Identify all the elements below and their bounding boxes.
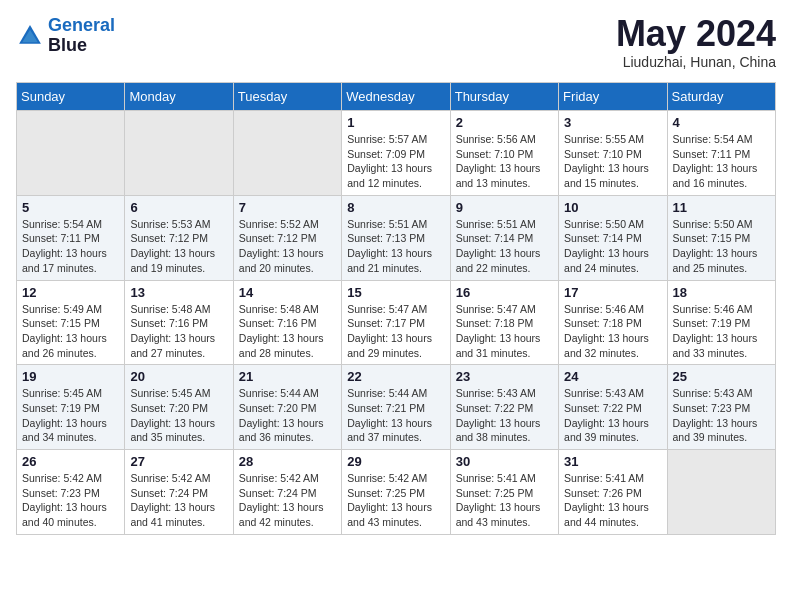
calendar-cell: 22Sunrise: 5:44 AMSunset: 7:21 PMDayligh… (342, 365, 450, 450)
day-info: Sunrise: 5:52 AMSunset: 7:12 PMDaylight:… (239, 217, 336, 276)
calendar-cell: 10Sunrise: 5:50 AMSunset: 7:14 PMDayligh… (559, 195, 667, 280)
day-number: 23 (456, 369, 553, 384)
day-info: Sunrise: 5:46 AMSunset: 7:19 PMDaylight:… (673, 302, 770, 361)
calendar-cell: 1Sunrise: 5:57 AMSunset: 7:09 PMDaylight… (342, 111, 450, 196)
day-number: 13 (130, 285, 227, 300)
weekday-header: Saturday (667, 83, 775, 111)
weekday-header: Monday (125, 83, 233, 111)
title-block: May 2024 Liuduzhai, Hunan, China (616, 16, 776, 70)
calendar-cell: 18Sunrise: 5:46 AMSunset: 7:19 PMDayligh… (667, 280, 775, 365)
day-info: Sunrise: 5:48 AMSunset: 7:16 PMDaylight:… (130, 302, 227, 361)
day-number: 27 (130, 454, 227, 469)
day-number: 4 (673, 115, 770, 130)
calendar-week-row: 19Sunrise: 5:45 AMSunset: 7:19 PMDayligh… (17, 365, 776, 450)
day-number: 25 (673, 369, 770, 384)
day-number: 3 (564, 115, 661, 130)
calendar-cell: 29Sunrise: 5:42 AMSunset: 7:25 PMDayligh… (342, 450, 450, 535)
day-info: Sunrise: 5:41 AMSunset: 7:25 PMDaylight:… (456, 471, 553, 530)
day-info: Sunrise: 5:43 AMSunset: 7:22 PMDaylight:… (564, 386, 661, 445)
calendar-cell: 9Sunrise: 5:51 AMSunset: 7:14 PMDaylight… (450, 195, 558, 280)
day-number: 18 (673, 285, 770, 300)
calendar-cell: 6Sunrise: 5:53 AMSunset: 7:12 PMDaylight… (125, 195, 233, 280)
calendar-cell (125, 111, 233, 196)
day-info: Sunrise: 5:51 AMSunset: 7:14 PMDaylight:… (456, 217, 553, 276)
day-info: Sunrise: 5:51 AMSunset: 7:13 PMDaylight:… (347, 217, 444, 276)
day-info: Sunrise: 5:42 AMSunset: 7:25 PMDaylight:… (347, 471, 444, 530)
calendar-cell: 4Sunrise: 5:54 AMSunset: 7:11 PMDaylight… (667, 111, 775, 196)
calendar-cell: 28Sunrise: 5:42 AMSunset: 7:24 PMDayligh… (233, 450, 341, 535)
day-number: 19 (22, 369, 119, 384)
month-title: May 2024 (616, 16, 776, 52)
day-number: 6 (130, 200, 227, 215)
calendar-week-row: 5Sunrise: 5:54 AMSunset: 7:11 PMDaylight… (17, 195, 776, 280)
day-info: Sunrise: 5:45 AMSunset: 7:20 PMDaylight:… (130, 386, 227, 445)
calendar-cell (667, 450, 775, 535)
day-info: Sunrise: 5:53 AMSunset: 7:12 PMDaylight:… (130, 217, 227, 276)
day-number: 22 (347, 369, 444, 384)
calendar-cell (17, 111, 125, 196)
day-info: Sunrise: 5:45 AMSunset: 7:19 PMDaylight:… (22, 386, 119, 445)
calendar-cell: 30Sunrise: 5:41 AMSunset: 7:25 PMDayligh… (450, 450, 558, 535)
day-info: Sunrise: 5:42 AMSunset: 7:23 PMDaylight:… (22, 471, 119, 530)
calendar-cell: 3Sunrise: 5:55 AMSunset: 7:10 PMDaylight… (559, 111, 667, 196)
day-number: 5 (22, 200, 119, 215)
calendar-cell: 5Sunrise: 5:54 AMSunset: 7:11 PMDaylight… (17, 195, 125, 280)
page-header: General Blue May 2024 Liuduzhai, Hunan, … (16, 16, 776, 70)
calendar-cell: 17Sunrise: 5:46 AMSunset: 7:18 PMDayligh… (559, 280, 667, 365)
location-title: Liuduzhai, Hunan, China (616, 54, 776, 70)
calendar-cell: 8Sunrise: 5:51 AMSunset: 7:13 PMDaylight… (342, 195, 450, 280)
day-number: 9 (456, 200, 553, 215)
calendar-cell: 24Sunrise: 5:43 AMSunset: 7:22 PMDayligh… (559, 365, 667, 450)
logo-icon (16, 22, 44, 50)
calendar-cell: 26Sunrise: 5:42 AMSunset: 7:23 PMDayligh… (17, 450, 125, 535)
day-info: Sunrise: 5:47 AMSunset: 7:18 PMDaylight:… (456, 302, 553, 361)
day-number: 12 (22, 285, 119, 300)
calendar-cell: 19Sunrise: 5:45 AMSunset: 7:19 PMDayligh… (17, 365, 125, 450)
day-number: 7 (239, 200, 336, 215)
calendar-cell: 16Sunrise: 5:47 AMSunset: 7:18 PMDayligh… (450, 280, 558, 365)
calendar-cell: 20Sunrise: 5:45 AMSunset: 7:20 PMDayligh… (125, 365, 233, 450)
day-number: 24 (564, 369, 661, 384)
calendar-week-row: 26Sunrise: 5:42 AMSunset: 7:23 PMDayligh… (17, 450, 776, 535)
weekday-header: Tuesday (233, 83, 341, 111)
day-number: 28 (239, 454, 336, 469)
day-info: Sunrise: 5:57 AMSunset: 7:09 PMDaylight:… (347, 132, 444, 191)
calendar-cell: 14Sunrise: 5:48 AMSunset: 7:16 PMDayligh… (233, 280, 341, 365)
calendar-cell: 7Sunrise: 5:52 AMSunset: 7:12 PMDaylight… (233, 195, 341, 280)
day-number: 30 (456, 454, 553, 469)
day-number: 10 (564, 200, 661, 215)
day-number: 15 (347, 285, 444, 300)
day-number: 29 (347, 454, 444, 469)
day-info: Sunrise: 5:42 AMSunset: 7:24 PMDaylight:… (239, 471, 336, 530)
day-info: Sunrise: 5:44 AMSunset: 7:20 PMDaylight:… (239, 386, 336, 445)
day-number: 26 (22, 454, 119, 469)
day-number: 1 (347, 115, 444, 130)
calendar-week-row: 12Sunrise: 5:49 AMSunset: 7:15 PMDayligh… (17, 280, 776, 365)
weekday-header: Sunday (17, 83, 125, 111)
calendar-cell: 23Sunrise: 5:43 AMSunset: 7:22 PMDayligh… (450, 365, 558, 450)
calendar-cell: 12Sunrise: 5:49 AMSunset: 7:15 PMDayligh… (17, 280, 125, 365)
day-info: Sunrise: 5:56 AMSunset: 7:10 PMDaylight:… (456, 132, 553, 191)
day-info: Sunrise: 5:54 AMSunset: 7:11 PMDaylight:… (22, 217, 119, 276)
day-number: 16 (456, 285, 553, 300)
day-info: Sunrise: 5:41 AMSunset: 7:26 PMDaylight:… (564, 471, 661, 530)
calendar-cell: 27Sunrise: 5:42 AMSunset: 7:24 PMDayligh… (125, 450, 233, 535)
day-number: 20 (130, 369, 227, 384)
day-info: Sunrise: 5:42 AMSunset: 7:24 PMDaylight:… (130, 471, 227, 530)
calendar-cell: 11Sunrise: 5:50 AMSunset: 7:15 PMDayligh… (667, 195, 775, 280)
day-number: 2 (456, 115, 553, 130)
calendar-cell: 25Sunrise: 5:43 AMSunset: 7:23 PMDayligh… (667, 365, 775, 450)
day-info: Sunrise: 5:48 AMSunset: 7:16 PMDaylight:… (239, 302, 336, 361)
day-number: 31 (564, 454, 661, 469)
day-info: Sunrise: 5:49 AMSunset: 7:15 PMDaylight:… (22, 302, 119, 361)
day-number: 11 (673, 200, 770, 215)
calendar-cell: 31Sunrise: 5:41 AMSunset: 7:26 PMDayligh… (559, 450, 667, 535)
weekday-header: Friday (559, 83, 667, 111)
day-number: 17 (564, 285, 661, 300)
calendar-cell: 15Sunrise: 5:47 AMSunset: 7:17 PMDayligh… (342, 280, 450, 365)
calendar-cell: 21Sunrise: 5:44 AMSunset: 7:20 PMDayligh… (233, 365, 341, 450)
day-number: 21 (239, 369, 336, 384)
logo-text: General Blue (48, 16, 115, 56)
day-number: 14 (239, 285, 336, 300)
day-info: Sunrise: 5:43 AMSunset: 7:23 PMDaylight:… (673, 386, 770, 445)
